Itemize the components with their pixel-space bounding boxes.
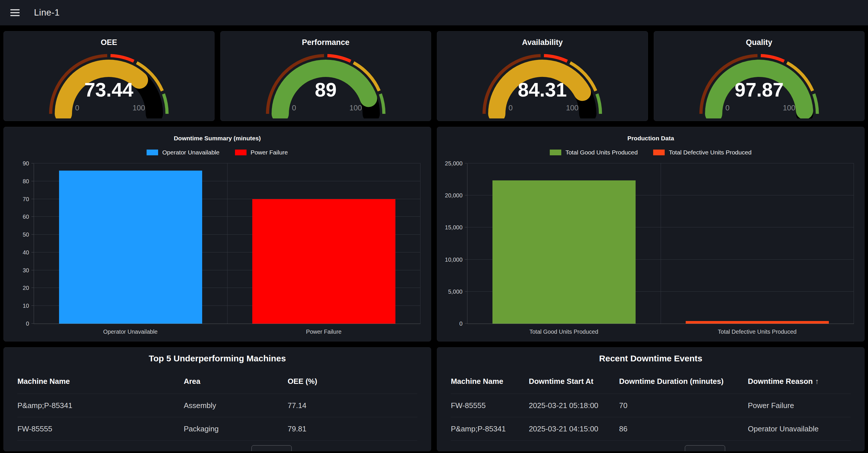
y-axis-tick [465, 259, 467, 260]
column-header[interactable]: Machine Name [17, 377, 183, 386]
table-cell: Packaging [184, 424, 288, 433]
y-axis-tick-label: 40 [23, 249, 29, 255]
legend-label: Total Defective Units Produced [669, 149, 751, 156]
y-axis-tick [465, 195, 467, 195]
y-axis-tick-label: 90 [23, 160, 29, 167]
column-header[interactable]: Area [184, 377, 288, 386]
legend-label: Power Failure [251, 149, 288, 156]
table-footer-button[interactable] [251, 445, 292, 451]
menu-icon[interactable] [9, 7, 21, 18]
chart-title: Downtime Summary (minutes) [4, 134, 431, 142]
y-axis-tick [31, 252, 34, 252]
plot-area-wrap: 05,00010,00015,00020,00025,000 [444, 163, 854, 324]
bar-plot [467, 163, 854, 324]
table-cell: FW-85555 [451, 401, 529, 410]
table-cell: FW-85555 [17, 424, 183, 433]
y-axis-tick-label: 10,000 [445, 256, 463, 263]
gauge-panel-quality: Quality 010097.87 [654, 31, 865, 121]
y-axis-tick-label: 5,000 [448, 288, 463, 295]
y-axis-tick [31, 323, 34, 324]
legend-item[interactable]: Power Failure [235, 149, 288, 156]
y-axis-tick-label: 50 [23, 232, 29, 238]
table-title: Recent Downtime Events [437, 354, 864, 363]
gauge-max-label: 100 [133, 103, 145, 112]
column-header[interactable]: Downtime Start At [529, 377, 619, 386]
legend-item[interactable]: Total Good Units Produced [550, 149, 638, 156]
plot-right-border [854, 163, 854, 324]
y-axis-tick-label: 80 [23, 178, 29, 184]
y-axis-tick [31, 199, 34, 199]
dashboard-title: Line-1 [34, 7, 60, 18]
table-cell: 2025-03-21 05:18:00 [529, 401, 619, 410]
table-row: FW-85555Packaging79.81 [17, 417, 417, 440]
table-row: P&amp;P-85341Assembly77.14 [17, 394, 417, 417]
gauge-panel-availability: Availability 010084.31 [437, 31, 648, 121]
dashboard-grid: OEE 010073.44 Performance 010089 Availab… [0, 25, 868, 451]
column-header[interactable]: Downtime Duration (minutes) [619, 377, 748, 386]
bar-total-defective-units-produced [686, 321, 829, 324]
legend-item[interactable]: Operator Unavailable [147, 149, 219, 156]
table-cell: P&amp;P-85341 [451, 424, 529, 433]
table-cell: Power Failure [748, 401, 851, 410]
y-axis-tick-label: 30 [23, 267, 29, 273]
top-nav-bar: Line-1 [0, 0, 868, 25]
gauge-chart-performance: 010089 [259, 46, 392, 118]
y-axis-tick-label: 0 [26, 321, 29, 327]
table-footer-button[interactable] [685, 445, 725, 451]
gauge-min-label: 0 [292, 103, 296, 112]
table-row: Top 5 Underperforming Machines Machine N… [3, 347, 865, 451]
gauge-max-label: 100 [566, 103, 579, 112]
table-cell: 2025-03-21 04:15:00 [529, 424, 619, 433]
gauge-chart-quality: 010097.87 [693, 46, 826, 118]
recent-downtime-events-table: Machine NameDowntime Start AtDowntime Du… [437, 369, 864, 441]
gauge-threshold-arc [814, 94, 817, 114]
chart-legend: Operator UnavailablePower Failure [4, 149, 431, 156]
table-end-separator [451, 440, 850, 441]
gauge-threshold-arc [597, 94, 600, 114]
menu-bar [10, 12, 20, 13]
chart-legend: Total Good Units ProducedTotal Defective… [437, 149, 864, 156]
column-header[interactable]: OEE (%) [288, 377, 417, 386]
menu-bar [10, 9, 20, 10]
y-axis-tick-label: 25,000 [445, 160, 463, 167]
downtime-summary-chart-panel: Downtime Summary (minutes) Operator Unav… [3, 127, 431, 341]
table-row: FW-855552025-03-21 05:18:0070Power Failu… [451, 394, 850, 417]
plot-area-wrap: 0102030405060708090 [11, 163, 421, 324]
chart-row: Downtime Summary (minutes) Operator Unav… [3, 127, 865, 341]
column-header[interactable]: Machine Name [451, 377, 529, 386]
legend-swatch [147, 150, 158, 155]
sort-ascending-icon: ↑ [815, 377, 819, 386]
y-axis-tick [31, 181, 34, 181]
gauge-min-label: 0 [75, 103, 79, 112]
underperforming-machines-panel: Top 5 Underperforming Machines Machine N… [3, 347, 431, 451]
y-axis-tick-label: 0 [459, 321, 463, 327]
gauge-panel-oee: OEE 010073.44 [3, 31, 215, 121]
table-cell: Assembly [184, 401, 288, 410]
bar-plot [34, 163, 421, 324]
underperforming-machines-table: Machine NameAreaOEE (%)P&amp;P-85341Asse… [4, 369, 431, 441]
menu-bar [10, 15, 20, 16]
x-axis-category-label: Total Good Units Produced [467, 329, 661, 335]
x-axis-labels: Total Good Units ProducedTotal Defective… [467, 329, 854, 335]
legend-item[interactable]: Total Defective Units Produced [653, 149, 751, 156]
gauge-chart-availability: 010084.31 [476, 46, 609, 118]
gauge-min-label: 0 [725, 103, 730, 112]
gauge-threshold-arc [163, 94, 167, 114]
bar-power-failure [252, 199, 395, 324]
gauge-value: 97.87 [735, 79, 784, 100]
y-axis-tick [465, 227, 467, 228]
table-row: P&amp;P-853412025-03-21 04:15:0086Operat… [451, 417, 850, 440]
column-header[interactable]: Downtime Reason↑ [748, 377, 851, 386]
gauge-panel-performance: Performance 010089 [220, 31, 431, 121]
table-cell: P&amp;P-85341 [17, 401, 183, 410]
legend-label: Operator Unavailable [162, 149, 219, 156]
table-cell: 77.14 [288, 401, 417, 410]
gauge-row: OEE 010073.44 Performance 010089 Availab… [3, 31, 865, 121]
legend-label: Total Good Units Produced [565, 149, 638, 156]
x-axis-category-label: Operator Unavailable [34, 329, 227, 335]
gauge-min-label: 0 [508, 103, 513, 112]
y-axis-tick [31, 270, 34, 270]
category-separator-line [227, 163, 227, 324]
gauge-value: 89 [315, 79, 337, 100]
production-data-chart-panel: Production Data Total Good Units Produce… [437, 127, 865, 341]
